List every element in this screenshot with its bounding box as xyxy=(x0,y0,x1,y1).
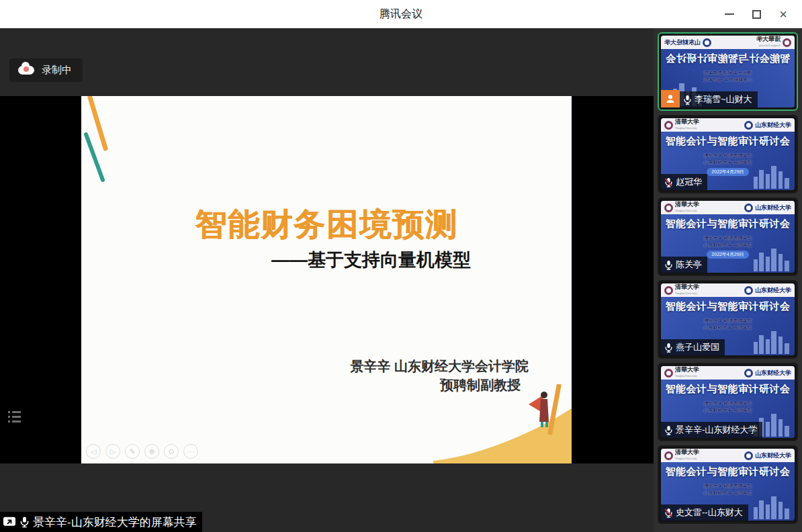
sdufe-logo-icon xyxy=(744,451,753,460)
mic-muted-icon xyxy=(664,177,673,187)
participant-name: 李瑞雪~山财大 xyxy=(695,93,752,105)
slide-toolbar: ◁ ▷ ✎ ⊕ ⊙ ⋯ xyxy=(86,444,198,459)
main-stage: 录制中 智能财务困境预测 ——基于支持向量机模型 景辛辛 山东财经大学会计学院 … xyxy=(0,28,654,532)
participant-tile-6[interactable]: 清華大学Tsinghua University 山东财经大学 智能会计与智能审计… xyxy=(658,445,798,524)
close-button[interactable]: × xyxy=(770,0,797,28)
mic-muted-icon xyxy=(664,508,673,518)
participant-tile-2[interactable]: 清華大学Tsinghua University 山东财经大学 智能会计与智能审计… xyxy=(658,115,798,193)
slide-zoom-icon: ⊙ xyxy=(164,444,179,459)
slide-author-line: 景辛辛 山东财经大学会计学院 xyxy=(350,357,529,375)
participant-name: 史文雷--山东财大 xyxy=(676,506,743,519)
skyline-graphic xyxy=(752,247,793,271)
recording-label: 录制中 xyxy=(42,64,72,77)
participant-name-bar: 陈关亭 xyxy=(661,257,707,273)
tsinghua-logo-icon xyxy=(664,451,673,460)
participant-name-bar: 史文雷--山东财大 xyxy=(661,504,748,521)
slide-pen-icon: ✎ xyxy=(125,444,140,459)
participant-name-bar: 李瑞雪~山财大 xyxy=(680,91,758,107)
mic-on-icon xyxy=(664,260,673,270)
skyline-graphic xyxy=(752,330,793,354)
annotation-list-icon[interactable] xyxy=(8,411,21,423)
slide-more-icon: ⋯ xyxy=(183,444,198,459)
window-controls: × xyxy=(716,0,797,28)
slide-author-block: 景辛辛 山东财经大学会计学院 预聘制副教授 xyxy=(350,357,529,394)
participant-name: 赵冠华 xyxy=(676,176,702,188)
skyline-graphic xyxy=(752,165,793,189)
screen-share-icon xyxy=(3,516,16,528)
slide-subtitle: ——基于支持向量机模型 xyxy=(81,248,471,272)
shared-screen: 智能财务困境预测 ——基于支持向量机模型 景辛辛 山东财经大学会计学院 预聘制副… xyxy=(0,96,654,463)
close-icon: × xyxy=(779,7,787,21)
traveler-illustration xyxy=(523,384,562,437)
mic-on-icon xyxy=(683,95,692,105)
participant-name-bar: 燕子山爱国 xyxy=(661,339,725,355)
participant-name-bar: 赵冠华 xyxy=(661,174,707,190)
tsinghua-logo-icon xyxy=(783,38,791,47)
microphone-icon xyxy=(19,516,30,528)
window-titlebar: 腾讯会议 × xyxy=(0,0,802,28)
maximize-button[interactable] xyxy=(743,0,770,28)
sdufe-logo-icon xyxy=(744,369,753,378)
mic-on-icon xyxy=(664,425,673,435)
slide-pointer-icon: ⊕ xyxy=(144,444,159,459)
tsinghua-logo-icon xyxy=(664,204,673,212)
presenter-badge-icon xyxy=(661,90,680,107)
cloud-recording-icon xyxy=(18,66,34,75)
skyline-graphic xyxy=(752,495,793,519)
sdufe-logo-icon xyxy=(703,38,711,47)
sdufe-logo-icon xyxy=(744,286,753,295)
participant-tile-4[interactable]: 清華大学Tsinghua University 山东财经大学 智能会计与智能审计… xyxy=(658,280,798,359)
sdufe-logo-icon xyxy=(744,121,753,130)
slide-title: 智能财务困境预测 xyxy=(81,204,572,246)
slide-author-title: 预聘制副教授 xyxy=(350,375,521,394)
meeting-window: 录制中 智能财务困境预测 ——基于支持向量机模型 景辛辛 山东财经大学会计学院 … xyxy=(0,28,802,532)
slide-decorative-lines xyxy=(81,96,135,190)
window-title: 腾讯会议 xyxy=(380,7,422,21)
tsinghua-logo-icon xyxy=(664,369,673,378)
sdufe-logo-icon xyxy=(744,204,753,212)
participant-tile-5[interactable]: 清華大学Tsinghua University 山东财经大学 智能会计与智能审计… xyxy=(658,363,798,441)
minimize-icon xyxy=(725,13,734,15)
screen-share-bar: 景辛辛-山东财经大学的屏幕共享 xyxy=(0,512,202,532)
participant-name: 陈关亭 xyxy=(676,259,702,271)
minimize-button[interactable] xyxy=(716,0,743,28)
participant-name: 景辛辛-山东财经大学 xyxy=(676,424,757,436)
participant-tile-1[interactable]: 清華大学Tsinghua University 山东财经大学 智能会计与智能审计… xyxy=(658,32,798,111)
slide-prev-icon: ◁ xyxy=(86,444,101,459)
screen-share-label: 景辛辛-山东财经大学的屏幕共享 xyxy=(33,515,197,530)
maximize-icon xyxy=(752,10,761,19)
participant-name: 燕子山爱国 xyxy=(676,341,719,353)
recording-indicator[interactable]: 录制中 xyxy=(9,58,83,82)
mic-on-icon xyxy=(664,343,673,353)
tsinghua-logo-icon xyxy=(664,286,673,295)
participants-sidebar: 清華大学Tsinghua University 山东财经大学 智能会计与智能审计… xyxy=(654,28,802,532)
tsinghua-logo-icon xyxy=(664,121,673,130)
participant-name-bar: 景辛辛-山东财经大学 xyxy=(661,422,762,438)
participant-tile-3[interactable]: 清華大学Tsinghua University 山东财经大学 智能会计与智能审计… xyxy=(658,197,798,276)
presentation-slide: 智能财务困境预测 ——基于支持向量机模型 景辛辛 山东财经大学会计学院 预聘制副… xyxy=(81,96,572,463)
slide-next-icon: ▷ xyxy=(105,444,120,459)
